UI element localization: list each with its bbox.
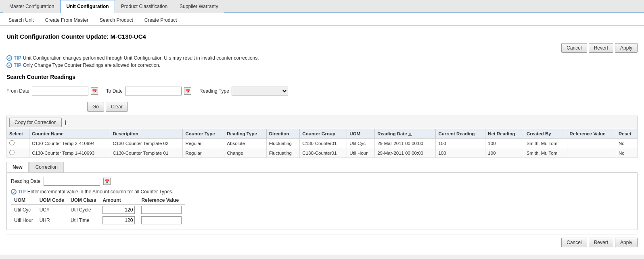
inner-col-uom-class: UOM Class (67, 196, 99, 205)
inner-row1-ref-value[interactable] (138, 205, 185, 215)
row2-current-reading: 100 (436, 148, 485, 158)
new-tab-tip: ✓ TIP Enter incremental value in the Amo… (11, 189, 633, 195)
revert-button-bottom[interactable]: Revert (589, 238, 613, 247)
reading-type-label: Reading Type (199, 88, 229, 94)
tip-icon-2: ✓ (6, 62, 12, 68)
inner-table-row-1: Util Cyc UCY Util Cycle (11, 205, 185, 215)
tip-label-1: TIP (14, 55, 21, 61)
inner-table-row-2: Util Hour UHR Util Time (11, 215, 185, 226)
inner-row2-amount[interactable] (99, 215, 138, 226)
from-date-group: From Date 📅 (6, 87, 98, 95)
from-date-label: From Date (6, 88, 29, 94)
sub-tab-create-from-master[interactable]: Create From Master (40, 15, 94, 25)
inner-row2-uom-class: Util Time (67, 215, 99, 226)
revert-button-top[interactable]: Revert (589, 43, 613, 53)
sub-tab-search-product[interactable]: Search Product (94, 15, 138, 25)
reading-date-calendar-icon[interactable]: 📅 (103, 178, 111, 185)
row2-counter-type: Regular (183, 148, 224, 158)
inner-row1-ref-input[interactable] (141, 206, 182, 214)
row2-reference-value (567, 148, 616, 158)
row1-direction: Fluctuating (266, 139, 300, 148)
row1-description: C130-Counter Template 02 (110, 139, 183, 148)
to-date-calendar-icon[interactable]: 📅 (184, 87, 191, 95)
row1-net-reading: 100 (485, 139, 524, 148)
col-header-net-reading: Net Reading (485, 129, 524, 139)
col-header-select: Select (7, 129, 29, 139)
tip-message-1: ✓ TIP Unit Configuration changes perform… (6, 55, 638, 61)
tip-icon-1: ✓ (6, 55, 12, 61)
new-tab-content: Reading Date 📅 ✓ TIP Enter incremental v… (6, 173, 638, 230)
row2-created-by: Smith, Mr. Tom (524, 148, 567, 158)
table-row: C130-Counter Temp 1-410693 C130-Counter … (7, 148, 638, 158)
table-row: C130-Counter Temp 2-410694 C130-Counter … (7, 139, 638, 148)
row1-radio[interactable] (9, 140, 15, 145)
new-tab-table: UOM UOM Code UOM Class Amount Reference … (11, 196, 185, 226)
inner-row1-uom-code: UCY (36, 205, 67, 215)
cancel-button-top[interactable]: Cancel (561, 43, 587, 53)
row2-reading-date: 29-Mar-2011 00:00:00 (375, 148, 436, 158)
reading-date-input[interactable] (44, 177, 100, 186)
table-toolbar: Copy for Correction | (6, 116, 638, 129)
row1-select[interactable] (7, 139, 29, 148)
inner-row1-amount-input[interactable] (102, 206, 135, 214)
clear-button[interactable]: Clear (106, 102, 128, 112)
row2-reading-type: Change (224, 148, 266, 158)
col-header-reference-value: Reference Value (567, 129, 616, 139)
col-header-description: Description (110, 129, 183, 139)
inner-row2-amount-input[interactable] (102, 216, 135, 224)
apply-button-bottom[interactable]: Apply (615, 238, 638, 247)
inner-col-amount: Amount (99, 196, 138, 205)
sort-arrow-reading-date: △ (408, 132, 412, 136)
action-bar-top: Cancel Revert Apply (6, 43, 638, 53)
reading-type-select[interactable]: Absolute Change (232, 87, 288, 95)
counter-readings-table: Select Counter Name Description Counter … (6, 129, 638, 158)
inner-row2-ref-input[interactable] (141, 216, 182, 224)
tip-message-2: ✓ TIP Only Change Type Counter Readings … (6, 62, 638, 68)
from-date-calendar-icon[interactable]: 📅 (91, 87, 98, 95)
row2-net-reading: 100 (485, 148, 524, 158)
inner-row1-uom: Util Cyc (11, 205, 36, 215)
col-header-counter-type: Counter Type (183, 129, 224, 139)
from-date-input[interactable] (32, 87, 88, 95)
row1-counter-group: C130-Counter01 (300, 139, 347, 148)
top-nav: Master Configuration Unit Configuration … (0, 0, 644, 13)
apply-button-top[interactable]: Apply (615, 43, 638, 53)
inner-row2-uom: Util Hour (11, 215, 36, 226)
inner-row1-amount[interactable] (99, 205, 138, 215)
row1-reading-date: 29-Mar-2011 00:00:00 (375, 139, 436, 148)
row1-reading-type: Absolute (224, 139, 266, 148)
col-header-reset: Reset (616, 129, 638, 139)
inner-tab-new[interactable]: New (6, 162, 29, 172)
col-header-current-reading: Current Reading (436, 129, 485, 139)
reading-date-row: Reading Date 📅 (11, 177, 633, 186)
copy-for-correction-button[interactable]: Copy for Correction (9, 118, 62, 127)
search-form: From Date 📅 To Date 📅 Reading Type Absol… (6, 84, 638, 98)
to-date-group: To Date 📅 (106, 87, 191, 95)
tab-unit-configuration[interactable]: Unit Configuration (60, 0, 115, 13)
inner-row1-uom-class: Util Cycle (67, 205, 99, 215)
col-header-counter-group: Counter Group (300, 129, 347, 139)
sub-tab-search-unit[interactable]: Search Unit (3, 15, 39, 25)
col-header-reading-date[interactable]: Reading Date △ (375, 129, 436, 139)
main-content: Unit Configuration Counter Update: M-C13… (0, 26, 644, 255)
inner-row2-ref-value[interactable] (138, 215, 185, 226)
inner-row2-uom-code: UHR (36, 215, 67, 226)
tip-text-2: Only Change Type Counter Readings are al… (23, 62, 161, 68)
row2-select[interactable] (7, 148, 29, 158)
to-date-input[interactable] (125, 87, 182, 95)
row2-counter-group: C130-Counter01 (300, 148, 347, 158)
section-header: Search Counter Readings (6, 74, 638, 80)
inner-col-uom: UOM (11, 196, 36, 205)
row2-radio[interactable] (9, 150, 15, 155)
tab-supplier-warranty[interactable]: Supplier Warranty (174, 0, 224, 13)
tab-master-configuration[interactable]: Master Configuration (3, 0, 60, 13)
inner-col-reference-value: Reference Value (138, 196, 185, 205)
col-header-uom: UOM (347, 129, 375, 139)
to-date-label: To Date (106, 88, 123, 94)
inner-col-uom-code: UOM Code (36, 196, 67, 205)
sub-tab-create-product[interactable]: Create Product (139, 15, 182, 25)
inner-tab-correction[interactable]: Correction (29, 162, 64, 172)
tab-product-classification[interactable]: Product Classification (115, 0, 174, 13)
go-button[interactable]: Go (87, 102, 104, 112)
cancel-button-bottom[interactable]: Cancel (561, 238, 587, 247)
